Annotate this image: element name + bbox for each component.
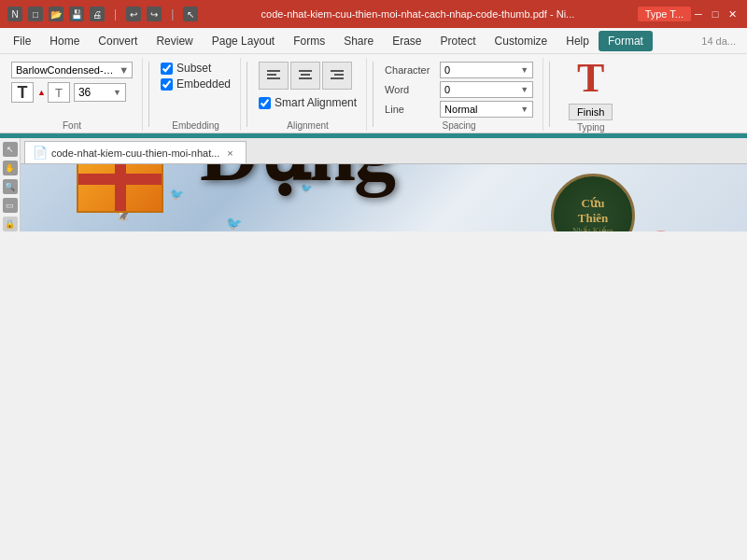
font-size-selector[interactable]: 36 ▼ bbox=[74, 83, 126, 102]
main-content: ↖ ✋ 🔍 ▭ 🔒 📄 code-nhat-kiem-cuu-thien-moi… bbox=[0, 138, 747, 231]
menu-protect[interactable]: Protect bbox=[431, 31, 486, 51]
document-canvas: 🦅 🐦 🐦 🐦 🐦 bbox=[21, 164, 747, 231]
smart-alignment-label: Smart Alignment bbox=[275, 96, 357, 109]
pointer-icon[interactable]: ↖ bbox=[183, 7, 198, 21]
font-dropdown-arrow: ▼ bbox=[119, 64, 128, 76]
menu-customize[interactable]: Customize bbox=[486, 31, 557, 51]
menu-pagelayout[interactable]: Page Layout bbox=[203, 31, 284, 51]
font-size-row: T ▲ T 36 ▼ bbox=[11, 82, 133, 103]
finish-button[interactable]: Finish bbox=[569, 104, 613, 120]
align-right-button[interactable] bbox=[322, 62, 352, 90]
pdf-background: 🦅 🐦 🐦 🐦 🐦 bbox=[21, 164, 747, 231]
menu-share[interactable]: Share bbox=[334, 31, 383, 51]
character-select[interactable]: 0 ▼ bbox=[440, 62, 533, 78]
align-center-button[interactable] bbox=[290, 62, 320, 90]
document-panel: 📄 code-nhat-kiem-cuu-thien-moi-nhat... ×… bbox=[21, 138, 747, 231]
ribbon-divider-1 bbox=[148, 62, 149, 127]
doc-tab-title: code-nhat-kiem-cuu-thien-moi-nhat... bbox=[51, 147, 219, 159]
ribbon-font-group: BarlowCondensed-Black ▼ T ▲ T 36 ▼ Font bbox=[6, 58, 143, 131]
word-dropdown-arrow: ▼ bbox=[520, 85, 529, 94]
bird-5: 🐦 bbox=[375, 230, 388, 231]
title-bar: N □ 📂 💾 🖨 | ↩ ↪ | ↖ code-nhat-kiem-cuu-t… bbox=[0, 0, 747, 28]
gift-body-ribbon-h bbox=[78, 174, 162, 185]
embedded-label: Embedded bbox=[176, 77, 231, 91]
spacing-group-content: Character 0 ▼ Word 0 ▼ Line Normal ▼ bbox=[385, 58, 533, 119]
sidebar-cursor-icon[interactable]: ↖ bbox=[3, 142, 18, 157]
sidebar-hand-icon[interactable]: ✋ bbox=[3, 161, 18, 175]
maximize-button[interactable]: □ bbox=[708, 7, 723, 21]
menu-format[interactable]: Format bbox=[599, 31, 653, 51]
alignment-group-content: Smart Alignment bbox=[259, 58, 357, 119]
ribbon-divider-2 bbox=[247, 62, 247, 127]
ribbon-spacing-group: Character 0 ▼ Word 0 ▼ Line Normal ▼ bbox=[379, 58, 543, 131]
save-icon[interactable]: 💾 bbox=[69, 7, 84, 21]
open-icon[interactable]: 📂 bbox=[49, 7, 63, 21]
days-label: 14 da... bbox=[701, 35, 743, 47]
font-size-up-indicator: ▲ bbox=[37, 88, 46, 97]
font-selector[interactable]: BarlowCondensed-Black ▼ bbox=[11, 62, 133, 78]
gift-body bbox=[77, 164, 163, 213]
line-select[interactable]: Normal ▼ bbox=[440, 101, 533, 118]
subset-row: Subset bbox=[161, 62, 231, 75]
align-left-button[interactable] bbox=[259, 62, 289, 90]
sidebar-lock-icon[interactable]: 🔒 bbox=[3, 217, 18, 231]
line-label: Line bbox=[385, 104, 436, 115]
font-size-up-button[interactable]: T bbox=[11, 82, 34, 103]
embedded-row: Embedded bbox=[161, 77, 231, 91]
word-label: Word bbox=[385, 84, 436, 95]
embedding-group-label: Embedding bbox=[172, 119, 219, 131]
game-title: Đụng bbox=[198, 164, 747, 194]
font-group-label: Font bbox=[63, 119, 81, 131]
alignment-group-label: Alignment bbox=[287, 119, 328, 131]
word-spacing-row: Word 0 ▼ bbox=[385, 81, 533, 98]
menu-home[interactable]: Home bbox=[40, 31, 89, 51]
sidebar-zoom-icon[interactable]: 🔍 bbox=[3, 179, 18, 194]
gift-body-ribbon-v bbox=[115, 164, 126, 211]
align-buttons bbox=[259, 62, 357, 90]
bird-2: 🐦 bbox=[170, 188, 184, 201]
line-spacing-row: Line Normal ▼ bbox=[385, 101, 533, 118]
embedding-group-content: Subset Embedded bbox=[161, 58, 231, 119]
ribbon: BarlowCondensed-Black ▼ T ▲ T 36 ▼ Font … bbox=[0, 54, 747, 133]
ribbon-typing-group: T Finish Typing bbox=[556, 58, 629, 131]
menu-review[interactable]: Review bbox=[147, 31, 202, 51]
tab-bar: 📄 code-nhat-kiem-cuu-thien-moi-nhat... × bbox=[21, 138, 747, 164]
font-group-content: BarlowCondensed-Black ▼ T ▲ T 36 ▼ bbox=[11, 58, 133, 119]
menu-bar: File Home Convert Review Page Layout For… bbox=[0, 28, 747, 54]
gift-box bbox=[77, 164, 164, 213]
font-size-down-button[interactable]: T bbox=[48, 82, 70, 103]
minimize-button[interactable]: ─ bbox=[691, 7, 706, 21]
word-select[interactable]: 0 ▼ bbox=[440, 81, 533, 98]
smart-alignment-row: Smart Alignment bbox=[259, 96, 357, 109]
app-icon: N bbox=[7, 7, 22, 21]
menu-forms[interactable]: Forms bbox=[284, 31, 334, 51]
redo-icon[interactable]: ↪ bbox=[147, 7, 162, 21]
close-button[interactable]: ✕ bbox=[725, 7, 740, 21]
ribbon-alignment-group: Smart Alignment Alignment bbox=[253, 58, 367, 131]
menu-file[interactable]: File bbox=[4, 31, 40, 51]
undo-icon[interactable]: ↩ bbox=[126, 7, 141, 21]
game-logo-text-3: Nhất Kiếm bbox=[572, 226, 613, 231]
tab-close-button[interactable]: × bbox=[223, 147, 236, 160]
sidebar-rect-icon[interactable]: ▭ bbox=[3, 198, 18, 213]
spacing-group-label: Spacing bbox=[443, 119, 476, 131]
document-tab[interactable]: 📄 code-nhat-kiem-cuu-thien-moi-nhat... × bbox=[24, 141, 247, 163]
ribbon-divider-4 bbox=[549, 62, 550, 127]
embedded-checkbox[interactable] bbox=[161, 78, 173, 91]
size-dropdown-arrow: ▼ bbox=[113, 88, 121, 97]
menu-erase[interactable]: Erase bbox=[383, 31, 430, 51]
line-dropdown-arrow: ▼ bbox=[520, 105, 529, 114]
menu-help[interactable]: Help bbox=[557, 31, 599, 51]
print-icon[interactable]: 🖨 bbox=[90, 7, 105, 21]
title-bar-title: code-nhat-kiem-cuu-thien-moi-nhat-cach-n… bbox=[198, 8, 637, 20]
subset-label: Subset bbox=[176, 62, 211, 75]
smart-alignment-checkbox[interactable] bbox=[259, 97, 271, 109]
typing-t-icon: T bbox=[577, 58, 604, 99]
menu-convert[interactable]: Convert bbox=[89, 31, 147, 51]
title-bar-type[interactable]: Type T... bbox=[638, 7, 691, 21]
new-icon[interactable]: □ bbox=[28, 7, 43, 21]
ribbon-divider-3 bbox=[373, 62, 374, 127]
game-title-container: Đụng bbox=[198, 164, 747, 222]
subset-checkbox[interactable] bbox=[161, 63, 173, 75]
character-label: Character bbox=[385, 64, 436, 76]
